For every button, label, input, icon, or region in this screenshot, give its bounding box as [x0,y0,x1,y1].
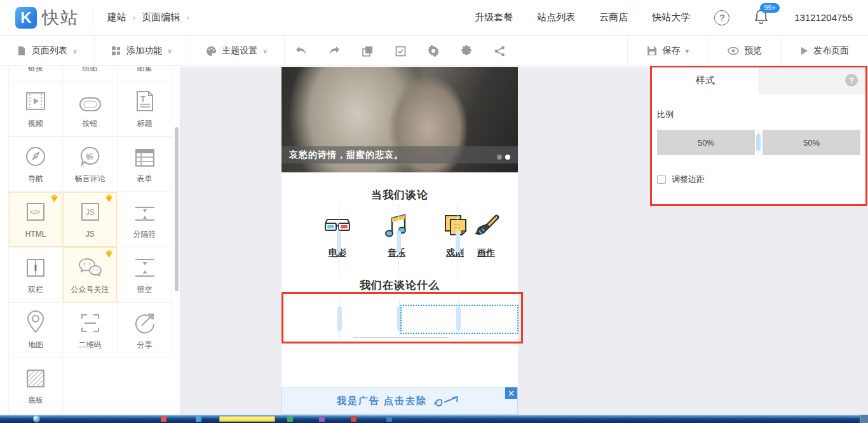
help-icon[interactable]: ? [714,10,729,25]
column-drag-handle[interactable] [456,231,460,253]
ad-text[interactable]: 我是广告 点击去除 [337,395,427,407]
chevron-down-icon: ∨ [72,47,78,55]
carousel-dot[interactable] [497,155,502,160]
taskbar-icon[interactable] [196,416,201,422]
notification-bell[interactable]: 99+ [754,8,770,27]
column-drag-handle[interactable] [337,307,342,331]
component-label: 双栏 [28,285,43,294]
component-image-group[interactable]: 组图 [63,67,118,81]
component-html[interactable]: </> HTML [8,192,63,247]
ratio-bar-right[interactable]: 50% [763,130,860,155]
component-separator[interactable]: 分隔符 [118,192,172,247]
wechat-icon [77,253,104,279]
preview-label: 预览 [744,45,762,57]
component-label: 畅言评论 [75,174,105,183]
palette-icon [206,46,217,57]
sidebar-scrollbar[interactable] [175,127,179,291]
play-icon [801,46,808,55]
share-button[interactable] [483,36,516,66]
select-mode-button[interactable] [384,36,417,66]
carousel-image[interactable]: 哀愁的诗情，甜蜜的悲哀。 [281,67,518,172]
component-wechat-follow[interactable]: 公众号关注 [63,247,118,303]
kuaizhan-logo[interactable]: K 快站 [15,6,79,29]
component-changyan-comments[interactable]: 畅 畅言评论 [63,137,118,192]
breadcrumb-site-build[interactable]: 建站 [107,11,126,24]
tab-style[interactable]: 样式 [652,67,759,94]
ad-close-button[interactable]: ✕ [505,387,517,399]
component-form[interactable]: 表单 [118,137,172,192]
component-link[interactable]: 链接 [8,67,63,81]
nav-site-list[interactable]: 站点列表 [537,11,575,24]
redo-button[interactable] [318,36,351,66]
component-label: 留空 [137,285,153,294]
component-js[interactable]: JS JS [63,192,118,247]
puzzle-icon [461,45,472,57]
taskbar-icon[interactable] [287,416,293,422]
taskbar-icon[interactable] [386,416,392,422]
component-label: 组图 [83,67,98,73]
taskbar-icon[interactable] [161,416,166,422]
copy-button[interactable] [351,36,384,66]
column-drag-handle[interactable] [397,231,401,253]
section-title-2[interactable]: 我们在谈论什么 [281,278,518,293]
ratio-bar-left[interactable]: 50% [657,130,755,155]
windows-taskbar[interactable] [0,415,868,423]
component-label: 标题 [137,119,153,128]
component-label: 视频 [28,119,43,128]
component-spacer[interactable]: 留空 [118,247,172,303]
component-title[interactable]: T 标题 [118,81,172,137]
component-two-columns[interactable]: 双栏 [8,247,63,303]
selected-column-outline[interactable] [400,305,519,334]
component-video[interactable]: 视频 [8,81,63,137]
carousel-caption-bar: 哀愁的诗情，甜蜜的悲哀。 [281,146,518,163]
column-drag-handle[interactable] [337,231,341,253]
grid-icon [111,46,121,56]
component-qrcode[interactable]: 二维码 [63,303,118,358]
ad-banner[interactable]: 我是广告 点击去除 ✕ [281,387,518,415]
panel-help-icon[interactable]: ? [845,74,858,87]
column-divider [398,203,399,278]
taskbar-icon[interactable] [351,416,356,422]
notification-badge: 99+ [760,3,780,13]
start-orb-icon[interactable] [33,415,40,422]
svg-text:JS: JS [86,208,95,217]
ratio-bars: 50% 50% [657,130,860,155]
svg-text:畅: 畅 [86,152,93,161]
add-feature-button[interactable]: 添加功能 ∨ [95,36,189,66]
carousel-dots[interactable] [497,155,510,160]
show-desktop-button[interactable] [860,415,868,423]
taskbar-icon[interactable] [319,416,325,422]
component-navigation[interactable]: 导航 [8,137,63,192]
plugins-button[interactable] [450,36,483,66]
premium-crown-icon [104,194,114,205]
topic-painting[interactable]: 画作 [464,212,508,259]
nav-kuaizhan-academy[interactable]: 快站大学 [652,11,690,24]
theme-settings-button[interactable]: 主题设置 ∨ [189,36,285,66]
component-gallery[interactable]: 图集 [118,67,172,81]
ratio-drag-handle[interactable] [756,134,761,151]
section-title-1[interactable]: 当我们谈论 [281,188,518,202]
two-columns-icon [24,253,47,279]
caret-down-icon: ▾ [685,47,689,55]
svg-text:T: T [140,94,146,104]
nav-cloud-store[interactable]: 云商店 [599,11,628,24]
publish-page-button[interactable]: 发布页面 [781,36,868,66]
nav-upgrade-plan[interactable]: 升级套餐 [475,11,513,24]
save-button[interactable]: 保存 ▾ [627,36,708,66]
eye-icon [728,47,739,55]
taskbar-active-window[interactable] [219,416,275,422]
page-list-button[interactable]: 页面列表 ∨ [0,36,95,66]
component-map[interactable]: 地图 [8,303,63,358]
account-phone[interactable]: 13121204755 [794,12,853,23]
component-backboard[interactable]: 底板 [8,358,63,413]
component-button[interactable]: 按钮 [63,81,118,137]
margin-checkbox[interactable] [657,175,666,184]
topic-label: 画作 [477,247,495,259]
settings-button[interactable] [417,36,450,66]
component-share[interactable]: 分享 [118,303,172,358]
preview-button[interactable]: 预览 [708,36,781,66]
breadcrumb-page-edit[interactable]: 页面编辑 [142,11,180,24]
undo-button[interactable] [285,36,318,66]
component-label: 地图 [28,340,43,349]
carousel-dot-active[interactable] [505,155,510,160]
